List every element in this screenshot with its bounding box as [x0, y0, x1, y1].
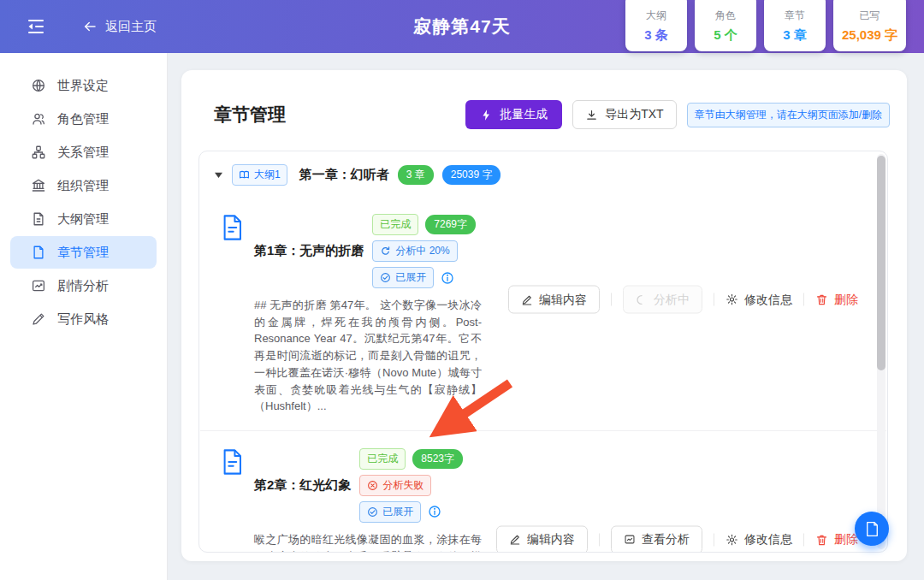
chapter-title: 第1章：无声的折磨 [254, 243, 364, 259]
sidebar-item-plot-analysis[interactable]: 剧情分析 [10, 269, 157, 302]
outline-group-header: 大纲1 第一章：幻听者 3 章 25039 字 [199, 151, 887, 197]
divider [611, 293, 612, 306]
document-icon [220, 214, 245, 241]
main-panel: 章节管理 批量生成 导出为TXT 章节由大纲管理，请在大纲页面 [181, 70, 907, 561]
edit-content-button[interactable]: 编辑内容 [496, 525, 588, 553]
collapse-caret-icon[interactable] [214, 171, 223, 179]
analysis-chart-icon [624, 534, 636, 546]
stat-card-outline: 大纲 3 条 [625, 0, 687, 51]
stat-label: 章节 [785, 9, 805, 23]
magic-generate-icon [480, 109, 493, 121]
gear-icon [726, 533, 738, 546]
stat-card-chapters: 章节 3 章 [764, 0, 826, 51]
chapter-preview-text: 喉之广场的暗红光线像凝固的血浆，涂抹在每一张麻木的脸上。上千只手臂悬在咽喉处，模… [254, 531, 482, 553]
analysis-progress-badge: 分析中 20% [372, 240, 457, 262]
outline-doc-icon [31, 211, 46, 227]
plot-chart-icon [31, 278, 46, 293]
sidebar-item-chapter-management[interactable]: 章节管理 [10, 236, 157, 269]
modify-info-button[interactable]: 修改信息 [726, 532, 792, 547]
download-icon [585, 109, 598, 121]
sidebar-item-outline-management[interactable]: 大纲管理 [10, 203, 157, 235]
outline-number-badge: 大纲1 [232, 164, 287, 186]
view-analysis-button[interactable]: 查看分析 [611, 525, 702, 553]
stat-card-characters: 角色 5 个 [695, 0, 756, 51]
section-title: 章节管理 [214, 103, 286, 127]
gear-icon [726, 293, 738, 306]
chapter-preview-text: ## 无声的折磨 第47年。 这个数字像一块冰冷的金属牌，焊死在我的颅骨内侧。P… [254, 297, 482, 415]
expanded-badge: 已展开 [372, 267, 434, 288]
delete-button[interactable]: 删除 [815, 532, 858, 547]
divider [714, 533, 714, 546]
stat-label: 大纲 [646, 9, 666, 23]
chapter-note-badge: 章节由大纲管理，请在大纲页面添加/删除 [687, 103, 890, 127]
pen-icon [31, 311, 46, 327]
back-arrow-icon [82, 19, 98, 34]
stat-value: 3 章 [783, 27, 807, 44]
sidebar-item-organization-management[interactable]: 组织管理 [10, 169, 157, 202]
outline-group-title: 第一章：幻听者 [299, 167, 389, 183]
word-count-pill: 25039 字 [442, 165, 501, 185]
stats-bar: 大纲 3 条 角色 5 个 章节 3 章 已写 25,039 字 [625, 0, 906, 51]
back-home-button[interactable]: 返回主页 [82, 19, 157, 35]
stat-value: 3 条 [644, 27, 668, 44]
sidebar-item-label: 剧情分析 [57, 278, 109, 294]
stat-value: 25,039 字 [842, 27, 897, 44]
main-header: 章节管理 批量生成 导出为TXT 章节由大纲管理，请在大纲页面 [181, 70, 907, 151]
stat-label: 角色 [715, 9, 736, 23]
sidebar-item-writing-style[interactable]: 写作风格 [10, 303, 157, 335]
document-icon [865, 521, 880, 537]
app-header: 返回主页 寂静第47天 大纲 3 条 角色 5 个 章节 3 章 已写 25,0… [0, 0, 924, 53]
book-icon [239, 169, 250, 181]
divider [714, 293, 714, 306]
batch-generate-button[interactable]: 批量生成 [465, 100, 562, 129]
globe-icon [31, 78, 46, 93]
scrollbar-thumb[interactable] [877, 156, 886, 370]
export-txt-label: 导出为TXT [605, 107, 663, 122]
back-home-label: 返回主页 [105, 19, 157, 35]
chapter-actions: 编辑内容 分析中 [508, 286, 858, 314]
chapter-actions: 编辑内容 查看分析 [496, 525, 858, 553]
edit-pen-icon [521, 293, 533, 305]
organization-icon [31, 178, 46, 193]
info-icon[interactable] [428, 505, 441, 518]
sidebar-item-label: 章节管理 [57, 245, 109, 261]
trash-icon [815, 533, 828, 546]
refresh-icon [380, 246, 391, 257]
trash-icon [815, 293, 828, 306]
edit-content-button[interactable]: 编辑内容 [508, 286, 600, 314]
sidebar-item-label: 写作风格 [57, 311, 109, 328]
stat-label: 已写 [859, 9, 880, 23]
chapter-title: 第2章：红光幻象 [254, 477, 351, 494]
sidebar-item-world-settings[interactable]: 世界设定 [10, 69, 157, 102]
analysis-failed-badge: 分析失败 [359, 475, 431, 496]
check-circle-icon [367, 506, 378, 518]
floating-new-document-button[interactable] [855, 512, 889, 546]
relation-icon [31, 145, 46, 160]
document-icon [220, 448, 245, 476]
chapter-list: 大纲1 第一章：幻听者 3 章 25039 字 第1章：无声的折磨 [198, 151, 888, 553]
sidebar-item-label: 大纲管理 [57, 211, 109, 228]
sidebar-item-label: 角色管理 [57, 111, 109, 127]
menu-fold-icon[interactable] [26, 16, 46, 37]
sidebar-item-label: 关系管理 [57, 145, 109, 161]
delete-button[interactable]: 删除 [815, 292, 858, 307]
modify-info-button[interactable]: 修改信息 [726, 292, 792, 307]
export-txt-button[interactable]: 导出为TXT [572, 100, 676, 129]
sidebar-item-character-management[interactable]: 角色管理 [10, 103, 157, 135]
analyzing-button-disabled: 分析中 [623, 286, 702, 314]
edit-pen-icon [509, 534, 521, 546]
divider [803, 533, 804, 546]
sidebar-item-relation-management[interactable]: 关系管理 [10, 136, 157, 169]
chapter-row-1: 第1章：无声的折磨 已完成 7269字 [199, 197, 887, 430]
sidebar-item-label: 世界设定 [57, 78, 109, 94]
chapter-word-count-pill: 8523字 [412, 449, 463, 469]
character-icon [31, 111, 46, 127]
outline-badge-label: 大纲1 [254, 168, 281, 182]
divider [803, 293, 804, 306]
info-icon[interactable] [441, 271, 454, 285]
stat-card-words-written: 已写 25,039 字 [833, 0, 906, 51]
stat-value: 5 个 [714, 27, 737, 44]
divider [599, 533, 600, 546]
sidebar: 世界设定 角色管理 关系管理 [0, 53, 168, 580]
chapter-file-icon [31, 245, 46, 260]
